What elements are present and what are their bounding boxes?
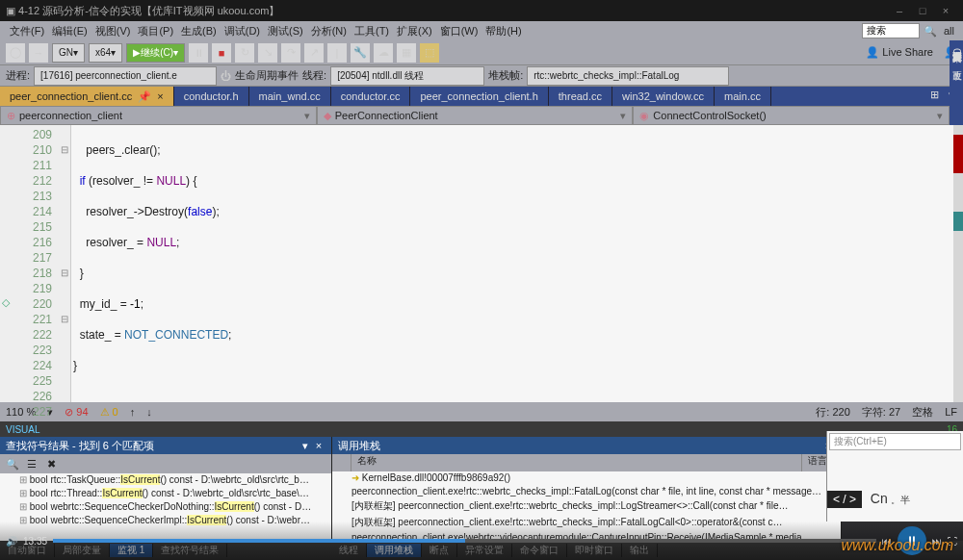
step-into-icon[interactable]: ↘ xyxy=(258,43,277,63)
restart-icon[interactable]: ↻ xyxy=(235,43,254,63)
col-name[interactable]: 名称 xyxy=(351,454,802,471)
thread-select[interactable]: [20504] ntdll.dll 线程 xyxy=(330,66,484,86)
menu-analyze[interactable]: 分析(N) xyxy=(311,24,347,38)
search-box[interactable]: 搜索(Ctrl+E) xyxy=(829,433,961,450)
list-item[interactable]: ⊞ bool webrtc::SequenceCheckerDoNothing:… xyxy=(0,500,331,514)
vol-icon[interactable]: 🔊 xyxy=(6,536,17,547)
callstack-title: 调用堆栈 xyxy=(338,439,380,453)
stackframe-select[interactable]: rtc::webrtc_checks_impl::FatalLog xyxy=(527,66,729,86)
fold-margin[interactable]: ⊟⊟⊟ xyxy=(58,125,71,402)
tree-icon[interactable]: ☰ xyxy=(23,458,40,471)
menu-window[interactable]: 窗口(W) xyxy=(440,24,479,38)
list-item[interactable]: ⊞ bool rtc::TaskQueue::IsCurrent() const… xyxy=(0,473,331,487)
tab-conductor-cc[interactable]: conductor.cc xyxy=(331,87,411,106)
process-label: 进程: xyxy=(6,68,30,83)
menu-bar[interactable]: 文件(F) 编辑(E) 视图(V) 项目(P) 生成(B) 调试(D) 测试(S… xyxy=(0,21,963,40)
video-controls[interactable]: 🔊 13:35 ⏮ ⏸ ⏭ ⛶ xyxy=(0,522,963,560)
close-icon[interactable]: × xyxy=(157,90,163,102)
tab-win32-window-cc[interactable]: win32_window.cc xyxy=(612,87,715,106)
search-all: all xyxy=(944,25,954,37)
tab-main-wnd-cc[interactable]: main_wnd.cc xyxy=(249,87,331,106)
find-icon[interactable]: 🔍 xyxy=(4,458,21,471)
menu-ext[interactable]: 扩展(X) xyxy=(397,24,432,38)
layout-icon[interactable]: ▦ xyxy=(397,43,416,63)
tab-peer-connection-client-h[interactable]: peer_connection_client.h xyxy=(410,87,548,106)
thread-label: 线程: xyxy=(302,68,326,83)
menu-edit[interactable]: 编辑(E) xyxy=(52,24,88,38)
lifecycle-icon[interactable]: ⏻ xyxy=(221,70,231,82)
gutter: 2092102112122132142152162172182192202212… xyxy=(0,125,58,402)
cursor-col: 字符: 27 xyxy=(862,405,900,420)
watermark: www.ukoou.com xyxy=(842,537,954,554)
nav-up-icon[interactable]: ↑ xyxy=(130,406,136,418)
lifecycle-label: 生命周期事件 xyxy=(235,68,299,83)
code-tag-icon: < / > xyxy=(827,491,862,508)
table-row[interactable]: peerconnection_client.exe!rtc::webrtc_ch… xyxy=(332,485,841,498)
pin-icon[interactable]: ▾ xyxy=(299,440,312,452)
stop-icon[interactable]: ■ xyxy=(212,43,231,63)
ime-half: 。半 xyxy=(891,495,910,505)
nav-back-icon[interactable]: ◯ xyxy=(6,43,25,63)
nav-fwd-icon[interactable]: → xyxy=(29,43,48,63)
live-share-button[interactable]: 👤 Live Share xyxy=(866,46,933,59)
close-button[interactable]: × xyxy=(934,5,957,16)
platform-select[interactable]: x64 ▾ xyxy=(89,43,122,63)
scope-method[interactable]: ◉ConnectControlSocket()▾ xyxy=(633,106,950,125)
indent[interactable]: 空格 xyxy=(912,405,933,420)
highlight-icon[interactable]: ⬚ xyxy=(420,43,439,63)
warning-count[interactable]: ⚠ 0 xyxy=(100,406,118,419)
lineending[interactable]: LF xyxy=(945,406,957,418)
list-item[interactable]: ⊞ bool rtc::Thread::IsCurrent() const - … xyxy=(0,487,331,500)
stackframe-label: 堆栈帧: xyxy=(488,68,523,83)
pause-icon[interactable]: ⏸ xyxy=(189,43,208,63)
code-editor[interactable]: peers_.clear(); if (resolver_ != NULL) {… xyxy=(71,125,963,402)
tab-conductor-h[interactable]: conductor.h xyxy=(174,87,249,106)
continue-button[interactable]: ▶ 继续(C) ▾ xyxy=(126,43,185,63)
tab-peer-connection-client-cc[interactable]: peer_connection_client.cc📌× xyxy=(0,87,174,106)
menu-view[interactable]: 视图(V) xyxy=(95,24,131,38)
vs-logo: ▣ xyxy=(6,5,15,17)
process-select[interactable]: [17616] peerconnection_client.e xyxy=(34,66,217,86)
table-row[interactable]: [内联框架] peerconnection_client.exe!rtc::we… xyxy=(332,498,841,515)
window-title: 4-12 源码分析-信令的实现【优库IT视频网 ukoou.com】 xyxy=(18,4,279,18)
menu-build[interactable]: 生成(B) xyxy=(181,24,217,38)
toolbox-icon[interactable]: 🔧 xyxy=(351,43,370,63)
close-icon[interactable]: × xyxy=(312,440,325,451)
scope-project[interactable]: ⊕peerconnection_client▾ xyxy=(0,106,317,125)
menu-project[interactable]: 项目(P) xyxy=(138,24,173,38)
scrollbar-minimap[interactable] xyxy=(953,125,963,402)
cursor-line: 行: 220 xyxy=(816,405,849,420)
search-input[interactable] xyxy=(862,23,920,38)
min-button[interactable]: – xyxy=(888,5,911,16)
solution-explorer-thumb[interactable]: 搜索(Ctrl+E) < / > Cn 。半 xyxy=(826,431,963,522)
search-icon[interactable]: 🔍 xyxy=(924,25,937,38)
menu-file[interactable]: 文件(F) xyxy=(10,24,44,38)
video-progress[interactable] xyxy=(53,539,876,543)
current-line-icon: ◇ xyxy=(2,296,10,309)
nav-down-icon[interactable]: ↓ xyxy=(146,406,152,418)
tab-main-cc[interactable]: main.cc xyxy=(715,87,771,106)
symbol-results-title: 查找符号结果 - 找到 6 个匹配项 xyxy=(6,439,154,453)
max-button[interactable]: □ xyxy=(911,5,934,16)
step-out-icon[interactable]: ↗ xyxy=(304,43,324,63)
menu-help[interactable]: 帮助(H) xyxy=(485,24,521,38)
video-time: 13:35 xyxy=(23,536,47,547)
menu-tools[interactable]: 工具(T) xyxy=(354,24,389,38)
step-over-icon[interactable]: ↷ xyxy=(281,43,300,63)
clear-icon[interactable]: ✖ xyxy=(42,458,60,471)
ime-cn: Cn xyxy=(871,491,888,506)
sep: | xyxy=(327,43,347,63)
vim-mode: VISUAL xyxy=(6,424,40,435)
config-select[interactable]: GN ▾ xyxy=(52,43,85,63)
menu-debug[interactable]: 调试(D) xyxy=(224,24,260,38)
cloud-icon[interactable]: ☁ xyxy=(374,43,393,63)
tab-thread-cc[interactable]: thread.cc xyxy=(549,87,612,106)
menu-test[interactable]: 测试(S) xyxy=(268,24,303,38)
split-icon[interactable]: ⊞ xyxy=(926,89,942,104)
table-row[interactable]: ➜ KernelBase.dll!00007fffb9869a92() xyxy=(332,471,841,485)
scope-class[interactable]: ◆PeerConnectionClient▾ xyxy=(317,106,634,125)
pin-icon[interactable]: 📌 xyxy=(138,90,151,103)
